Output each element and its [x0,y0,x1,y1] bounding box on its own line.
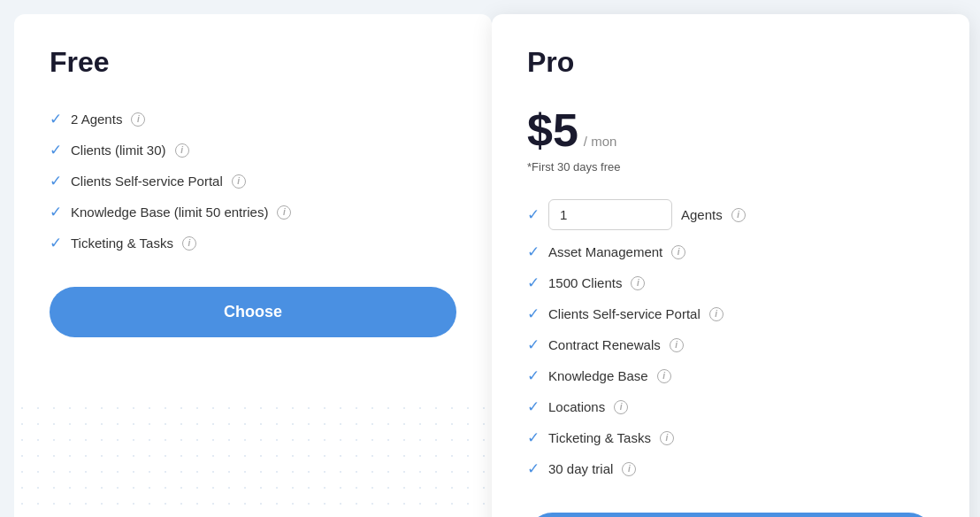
check-icon: ✓ [527,274,540,292]
check-icon: ✓ [50,203,62,221]
info-icon-ticketing[interactable]: i [182,236,196,251]
check-icon: ✓ [527,243,540,261]
info-icon-trial[interactable]: i [622,462,636,476]
pro-choose-button[interactable]: Choose [527,513,934,517]
info-icon-agents[interactable]: i [131,112,145,127]
price-amount: $5 [527,104,578,157]
check-icon: ✓ [527,305,540,323]
info-icon-clients-portal[interactable]: i [232,174,246,189]
pro-feature-clients-1500: ✓ 1500 Clients i [527,267,934,298]
check-icon: ✓ [527,205,540,224]
free-feature-knowledge-base-text: Knowledge Base (limit 50 entries) [71,204,268,220]
info-icon-clients-1500[interactable]: i [631,276,645,290]
info-icon-locations[interactable]: i [614,400,628,414]
pro-feature-trial-text: 30 day trial [548,461,613,476]
free-plan-card: Free ✓ 2 Agents i ✓ Clients (limit 30) i… [14,14,492,517]
pro-plan-card: Pro $5 / mon *First 30 days free ✓ Agent… [492,14,969,517]
price-note: *First 30 days free [527,160,934,174]
info-icon-clients-limit[interactable]: i [175,143,189,158]
check-icon: ✓ [50,110,62,128]
free-feature-agents: ✓ 2 Agents i [50,104,456,135]
check-icon: ✓ [527,336,540,354]
pro-plan-title: Pro [527,46,934,79]
info-icon-knowledge-base-pro[interactable]: i [657,369,671,383]
check-icon: ✓ [527,428,540,447]
agents-label: Agents [681,207,723,222]
pro-feature-ticketing-text: Ticketing & Tasks [548,430,651,445]
pro-feature-clients-portal-text: Clients Self-service Portal [548,306,701,321]
check-icon: ✓ [50,172,62,190]
pro-feature-clients-portal: ✓ Clients Self-service Portal i [527,298,934,329]
dot-background [14,400,492,517]
info-icon-asset-management[interactable]: i [671,245,685,259]
pro-feature-asset-management-text: Asset Management [548,244,662,259]
price-period: / mon [584,134,617,149]
agents-input-row: Agents i [548,199,746,230]
free-feature-agents-text: 2 Agents [71,112,122,127]
pricing-wrapper: Free ✓ 2 Agents i ✓ Clients (limit 30) i… [14,14,966,517]
free-feature-clients-portal: ✓ Clients Self-service Portal i [50,166,456,197]
pro-feature-locations: ✓ Locations i [527,391,934,422]
free-choose-button[interactable]: Choose [50,287,456,337]
free-feature-clients-limit-text: Clients (limit 30) [71,143,166,158]
info-icon-contract-renewals[interactable]: i [670,338,684,352]
pro-feature-locations-text: Locations [548,399,605,414]
info-icon-ticketing-pro[interactable]: i [660,431,674,445]
pro-feature-clients-1500-text: 1500 Clients [548,275,622,290]
check-icon: ✓ [50,141,62,159]
check-icon: ✓ [527,459,540,478]
pro-feature-asset-management: ✓ Asset Management i [527,236,934,267]
pro-feature-ticketing: ✓ Ticketing & Tasks i [527,422,934,453]
free-feature-clients-limit: ✓ Clients (limit 30) i [50,135,456,166]
free-feature-knowledge-base: ✓ Knowledge Base (limit 50 entries) i [50,197,456,228]
price-row: $5 / mon [527,104,934,157]
check-icon: ✓ [50,234,62,252]
pro-features-list: ✓ Agents i ✓ Asset Management i ✓ 1500 C… [527,193,934,484]
info-icon-clients-portal-pro[interactable]: i [709,307,724,321]
pro-feature-trial: ✓ 30 day trial i [527,453,934,484]
pro-feature-agents: ✓ Agents i [527,193,934,236]
pro-feature-contract-renewals-text: Contract Renewals [548,337,661,352]
free-feature-clients-portal-text: Clients Self-service Portal [71,174,223,189]
free-features-list: ✓ 2 Agents i ✓ Clients (limit 30) i ✓ Cl… [50,104,456,258]
check-icon: ✓ [527,397,540,416]
pro-feature-contract-renewals: ✓ Contract Renewals i [527,329,934,360]
info-icon-agents-pro[interactable]: i [731,208,746,222]
free-feature-ticketing-text: Ticketing & Tasks [71,235,173,251]
free-plan-title: Free [50,46,456,79]
pro-feature-knowledge-base-text: Knowledge Base [548,368,648,383]
pro-feature-knowledge-base: ✓ Knowledge Base i [527,360,934,391]
agents-input[interactable] [548,199,672,230]
info-icon-knowledge-base[interactable]: i [277,205,291,220]
check-icon: ✓ [527,367,540,385]
free-feature-ticketing: ✓ Ticketing & Tasks i [50,228,456,258]
